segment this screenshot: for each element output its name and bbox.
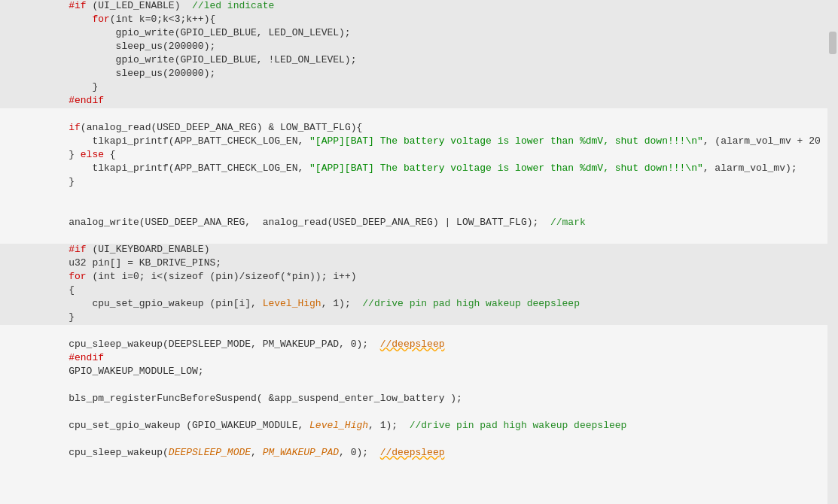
- code-line: #if (UI_KEYBOARD_ENABLE): [0, 244, 827, 257]
- code-line: sleep_us(200000);: [0, 68, 827, 81]
- code-line: analog_write(USED_DEEP_ANA_REG, analog_r…: [0, 217, 827, 230]
- code-lines: #if (UI_LED_ENABLE) //led indicate for(i…: [0, 0, 827, 504]
- code-line: [0, 230, 827, 244]
- code-line: }: [0, 176, 827, 190]
- code-line: cpu_sleep_wakeup(DEEPSLEEP_MODE, PM_WAKE…: [0, 339, 827, 352]
- scrollbar-y[interactable]: [827, 0, 838, 504]
- code-line: #if (UI_LED_ENABLE) //led indicate: [0, 0, 827, 14]
- code-line: [0, 190, 827, 203]
- code-line: gpio_write(GPIO_LED_BLUE, !LED_ON_LEVEL)…: [0, 54, 827, 68]
- code-line: tlkapi_printf(APP_BATT_CHECK_LOG_EN, "[A…: [0, 162, 827, 176]
- code-line: }: [0, 311, 827, 325]
- code-line: if(analog_read(USED_DEEP_ANA_REG) & LOW_…: [0, 122, 827, 135]
- code-line: {: [0, 284, 827, 298]
- code-line: [0, 325, 827, 339]
- code-line: cpu_sleep_wakeup(DEEPSLEEP_MODE, PM_WAKE…: [0, 447, 827, 460]
- code-line: cpu_set_gpio_wakeup (pin[i], Level_High,…: [0, 298, 827, 311]
- code-line: [0, 474, 827, 487]
- code-line: [0, 460, 827, 474]
- code-line: sleep_us(200000);: [0, 41, 827, 54]
- editor-container: #if (UI_LED_ENABLE) //led indicate for(i…: [0, 0, 838, 504]
- code-line: [0, 379, 827, 393]
- code-line: GPIO_WAKEUP_MODULE_LOW;: [0, 366, 827, 379]
- code-line: [0, 406, 827, 420]
- code-line: #endif: [0, 352, 827, 366]
- code-area[interactable]: #if (UI_LED_ENABLE) //led indicate for(i…: [0, 0, 827, 504]
- code-line: tlkapi_printf(APP_BATT_CHECK_LOG_EN, "[A…: [0, 135, 827, 149]
- code-line: [0, 501, 827, 504]
- code-line: gpio_write(GPIO_LED_BLUE, LED_ON_LEVEL);: [0, 27, 827, 41]
- code-line: } else {: [0, 149, 827, 162]
- code-line: for (int i=0; i<(sizeof (pin)/sizeof(*pi…: [0, 271, 827, 284]
- code-line: bls_pm_registerFuncBeforeSuspend( &app_s…: [0, 393, 827, 406]
- code-line: [0, 108, 827, 122]
- code-line: #endif: [0, 95, 827, 108]
- code-line: [0, 433, 827, 447]
- code-line: u32 pin[] = KB_DRIVE_PINS;: [0, 257, 827, 271]
- scrollbar-thumb[interactable]: [829, 32, 836, 54]
- code-line: [0, 203, 827, 217]
- code-line: }: [0, 81, 827, 95]
- code-line: cpu_set_gpio_wakeup (GPIO_WAKEUP_MODULE,…: [0, 420, 827, 433]
- code-line: [0, 487, 827, 501]
- code-line: for(int k=0;k<3;k++){: [0, 14, 827, 27]
